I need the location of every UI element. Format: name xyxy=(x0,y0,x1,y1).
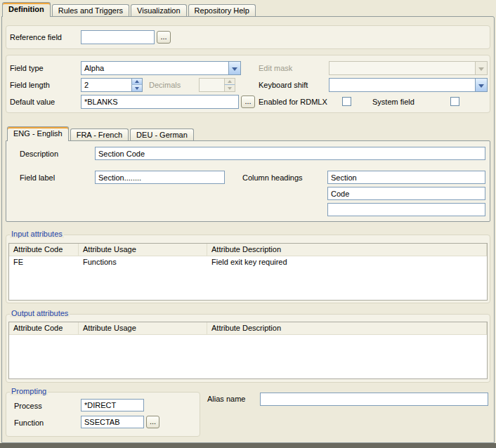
rdmlx-label: Enabled for RDMLX xyxy=(259,98,327,106)
column-heading-input-3[interactable] xyxy=(327,203,485,216)
alias-name-input[interactable] xyxy=(260,393,488,406)
tab-fra-french[interactable]: FRA - French xyxy=(70,129,129,140)
decimals-stepper xyxy=(199,78,235,92)
spin-up-icon xyxy=(228,78,232,83)
decimals-label: Decimals xyxy=(149,81,181,89)
field-type-select[interactable]: Alpha xyxy=(81,61,241,75)
tab-rules-and-triggers[interactable]: Rules and Triggers xyxy=(52,4,129,16)
column-header-attribute-code[interactable]: Attribute Code xyxy=(9,244,79,256)
column-header-attribute-code[interactable]: Attribute Code xyxy=(9,322,79,334)
output-attributes-title: Output attributes xyxy=(10,309,70,317)
spin-down-button xyxy=(224,85,235,91)
column-header-attribute-usage[interactable]: Attribute Usage xyxy=(79,244,207,256)
description-input[interactable] xyxy=(95,147,485,160)
column-header-attribute-description[interactable]: Attribute Description xyxy=(207,244,487,256)
table-row[interactable]: FE Functions Field exit key required xyxy=(9,256,487,268)
edit-mask-dropdown-button xyxy=(475,62,487,74)
chevron-down-icon xyxy=(478,67,484,74)
process-label: Process xyxy=(14,402,42,410)
function-input[interactable] xyxy=(81,416,144,428)
language-tab-bar: ENG - English FRA - French DEU - German xyxy=(7,126,195,141)
function-label: Function xyxy=(14,419,44,427)
tab-repository-help[interactable]: Repository Help xyxy=(188,4,256,16)
field-type-value: Alpha xyxy=(81,62,228,74)
column-header-attribute-usage[interactable]: Attribute Usage xyxy=(79,322,207,334)
system-field-checkbox[interactable] xyxy=(450,97,459,106)
system-field-label: System field xyxy=(372,98,415,106)
reference-field-group xyxy=(6,25,490,49)
tab-deu-german[interactable]: DEU - German xyxy=(130,129,194,140)
spin-down-icon xyxy=(135,87,139,92)
keyboard-shift-dropdown-button[interactable] xyxy=(475,79,487,91)
edit-mask-label: Edit mask xyxy=(259,64,292,72)
chevron-down-icon xyxy=(232,67,237,74)
reference-field-input[interactable] xyxy=(81,30,155,44)
table-header-row: Attribute Code Attribute Usage Attribute… xyxy=(9,322,487,335)
table-header-row: Attribute Code Attribute Usage Attribute… xyxy=(9,244,487,256)
attribute-code-cell: FE xyxy=(9,256,79,268)
reference-field-label: Reference field xyxy=(10,33,62,41)
default-value-label: Default value xyxy=(10,98,55,106)
process-input[interactable] xyxy=(81,399,144,411)
chevron-down-icon xyxy=(478,84,484,91)
spin-up-button[interactable] xyxy=(131,79,142,85)
tab-eng-english[interactable]: ENG - English xyxy=(7,126,69,141)
spin-down-button[interactable] xyxy=(131,85,142,91)
keyboard-shift-select[interactable] xyxy=(329,78,488,92)
field-length-stepper[interactable]: 2 xyxy=(81,78,143,92)
edit-mask-select xyxy=(329,61,488,75)
tab-visualization[interactable]: Visualization xyxy=(131,4,187,16)
input-attributes-table: Attribute Code Attribute Usage Attribute… xyxy=(8,243,488,301)
edit-mask-value xyxy=(329,62,475,74)
column-heading-input-2[interactable] xyxy=(327,187,485,200)
default-value-browse-button[interactable]: ... xyxy=(241,95,255,108)
keyboard-shift-label: Keyboard shift xyxy=(259,81,308,89)
field-length-label: Field length xyxy=(10,81,50,89)
field-label-label: Field label xyxy=(20,173,55,182)
output-attributes-table: Attribute Code Attribute Usage Attribute… xyxy=(8,322,488,379)
attribute-description-cell: Field exit key required xyxy=(207,256,487,268)
spin-up-icon xyxy=(135,78,139,83)
reference-field-browse-button[interactable]: ... xyxy=(157,31,171,44)
spin-down-icon xyxy=(228,87,232,92)
field-type-label: Field type xyxy=(10,64,44,72)
keyboard-shift-value xyxy=(329,79,475,91)
spin-up-button xyxy=(224,79,235,85)
column-headings-label: Column headings xyxy=(242,173,303,182)
field-definition-window: Definition Rules and Triggers Visualizat… xyxy=(0,0,496,448)
rdmlx-checkbox[interactable] xyxy=(342,97,351,106)
attribute-usage-cell: Functions xyxy=(79,256,207,268)
column-heading-input-1[interactable] xyxy=(327,171,485,184)
default-value-input[interactable] xyxy=(81,95,239,109)
field-label-input[interactable] xyxy=(95,171,225,184)
column-header-attribute-description[interactable]: Attribute Description xyxy=(207,322,487,334)
description-label: Description xyxy=(20,150,58,158)
field-type-dropdown-button[interactable] xyxy=(228,62,240,74)
tab-definition[interactable]: Definition xyxy=(2,2,51,17)
field-length-value: 2 xyxy=(84,81,89,90)
alias-name-label: Alias name xyxy=(207,395,245,403)
window-bottom-edge xyxy=(0,443,496,448)
main-tab-bar: Definition Rules and Triggers Visualizat… xyxy=(2,2,257,17)
input-attributes-title: Input attributes xyxy=(10,230,64,238)
prompting-title: Prompting xyxy=(10,387,48,395)
function-browse-button[interactable]: ... xyxy=(146,416,159,428)
